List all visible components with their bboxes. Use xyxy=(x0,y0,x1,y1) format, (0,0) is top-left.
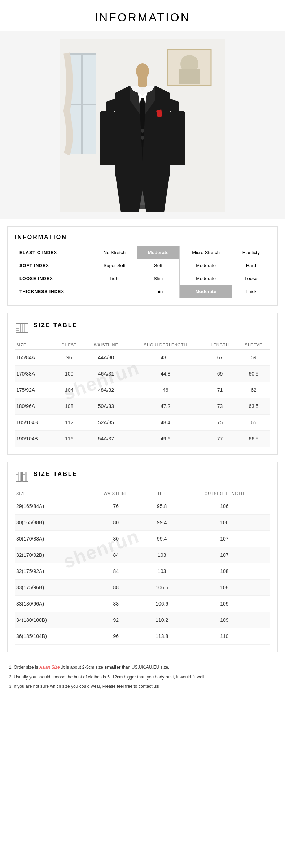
table-cell: 43.6 xyxy=(128,350,203,366)
size-table1-header: SIZE TABLE xyxy=(15,321,270,335)
table-row: 175/92A10448A/32467162 xyxy=(15,382,270,398)
elastic-no-stretch: No Stretch xyxy=(92,246,137,259)
table-row: 34(180/100B)92110.2109 xyxy=(15,612,270,628)
table-cell: 66.5 xyxy=(237,431,270,447)
table-cell: 106.6 xyxy=(145,580,179,596)
table-cell: 77 xyxy=(203,431,237,447)
table-cell: 116 xyxy=(54,431,84,447)
col-chest: CHEST xyxy=(54,340,84,350)
table-cell: 47.2 xyxy=(128,398,203,415)
table-row: 33(175/96B)88106.6108 xyxy=(15,580,270,596)
soft-moderate: Moderate xyxy=(180,259,232,272)
note-1-num: 1. xyxy=(9,665,13,670)
size-table2-header: SIZE TABLE xyxy=(15,469,270,484)
info-section: INFORMATION ELASTIC INDEX No Stretch Mod… xyxy=(7,226,278,306)
table-cell: 165/84A xyxy=(15,350,54,366)
col2-hip: HIP xyxy=(145,489,179,498)
col-sleeve: SLEEVE xyxy=(237,340,270,350)
col-waistline: WAISTLINE xyxy=(84,340,128,350)
table-cell: 80 xyxy=(87,531,145,547)
size-table2-section: shenrun SIZE TABLE SIZE WA xyxy=(7,462,278,652)
loose-moderate: Moderate xyxy=(180,272,232,285)
table-cell: 30(170/88A) xyxy=(15,531,87,547)
thickness-index-label: THICKNESS INDEX xyxy=(15,285,92,298)
table-row: 32(170/92B)84103107 xyxy=(15,547,270,563)
loose-loose: Loose xyxy=(232,272,270,285)
col-size: SIZE xyxy=(15,340,54,350)
elastic-moderate: Moderate xyxy=(137,246,180,259)
elastic-index-label: ELASTIC INDEX xyxy=(15,246,92,259)
note-1-text-end: than US,UK,AU,EU size. xyxy=(122,665,169,670)
size-table2-header-row: SIZE WAISTLINE HIP OUTSIDE LENGTH xyxy=(15,489,270,498)
product-image xyxy=(60,39,225,212)
loose-index-label: LOOSE INDEX xyxy=(15,272,92,285)
thickness-thin: Thin xyxy=(137,285,180,298)
table-row: 33(180/96A)88106.6109 xyxy=(15,596,270,612)
table-cell: 109 xyxy=(179,612,270,628)
note-1-text-before: Order size is xyxy=(14,665,39,670)
table-cell: 46A/31 xyxy=(84,366,128,382)
table-cell: 67 xyxy=(203,350,237,366)
loose-index-row: LOOSE INDEX Tight Slim Moderate Loose xyxy=(15,272,270,285)
soft-soft: Soft xyxy=(137,259,180,272)
table-cell: 106 xyxy=(179,515,270,531)
table-cell: 29(165/84A) xyxy=(15,498,87,515)
table-cell: 109 xyxy=(179,596,270,612)
table-row: 36(185/104B)96113.8110 xyxy=(15,628,270,645)
svg-rect-7 xyxy=(179,69,200,84)
table-row: 29(165/84A)7695.8106 xyxy=(15,498,270,515)
table-cell: 80 xyxy=(87,515,145,531)
table-cell: 190/104B xyxy=(15,431,54,447)
table-cell: 44.8 xyxy=(128,366,203,382)
table-cell: 75 xyxy=(203,415,237,431)
col-length: LENGTH xyxy=(203,340,237,350)
table-cell: 33(180/96A) xyxy=(15,596,87,612)
size-table2: SIZE WAISTLINE HIP OUTSIDE LENGTH 29(165… xyxy=(15,489,270,645)
table-cell: 49.6 xyxy=(128,431,203,447)
svg-point-10 xyxy=(141,129,144,133)
table-cell: 112 xyxy=(54,415,84,431)
table-cell: 59 xyxy=(237,350,270,366)
soft-index-label: SOFT INDEX xyxy=(15,259,92,272)
table-cell: 108 xyxy=(179,580,270,596)
soft-index-row: SOFT INDEX Super Soft Soft Moderate Hard xyxy=(15,259,270,272)
loose-slim: Slim xyxy=(137,272,180,285)
elastic-elasticty: Elasticty xyxy=(232,246,270,259)
size-table2-title: SIZE TABLE xyxy=(34,471,78,477)
product-image-section xyxy=(0,31,285,219)
size-table1-title: SIZE TABLE xyxy=(34,322,78,329)
note-1-highlight: Asian Size xyxy=(39,665,60,670)
svg-rect-13 xyxy=(170,111,185,169)
size-icon1 xyxy=(15,321,29,335)
table-cell: 76 xyxy=(87,498,145,515)
table-cell: 44A/30 xyxy=(84,350,128,366)
table-cell: 175/92A xyxy=(15,382,54,398)
elastic-index-row: ELASTIC INDEX No Stretch Moderate Micro … xyxy=(15,246,270,259)
table-cell: 33(175/96B) xyxy=(15,580,87,596)
table-cell: 32(175/92A) xyxy=(15,563,87,580)
table-cell: 36(185/104B) xyxy=(15,628,87,645)
svg-rect-14 xyxy=(100,165,115,170)
table-cell: 99.4 xyxy=(145,531,179,547)
table-cell: 84 xyxy=(87,547,145,563)
table-cell: 65 xyxy=(237,415,270,431)
table-row: 165/84A9644A/3043.66759 xyxy=(15,350,270,366)
notes-section: 1. Order size is Asian Size .It is about… xyxy=(7,659,278,696)
table-cell: 92 xyxy=(87,612,145,628)
thickness-moderate: Moderate xyxy=(180,285,232,298)
table-cell: 104 xyxy=(54,382,84,398)
table-row: 185/104B11252A/3548.47565 xyxy=(15,415,270,431)
table-cell: 96 xyxy=(87,628,145,645)
note-1: 1. Order size is Asian Size .It is about… xyxy=(9,663,276,672)
svg-point-17 xyxy=(136,63,149,79)
page-title: INFORMATION xyxy=(0,0,285,31)
table-cell: 54A/37 xyxy=(84,431,128,447)
thickness-thick: Thick xyxy=(232,285,270,298)
table-cell: 69 xyxy=(203,366,237,382)
table-cell: 48.4 xyxy=(128,415,203,431)
table-cell: 170/88A xyxy=(15,366,54,382)
table-row: 32(175/92A)84103108 xyxy=(15,563,270,580)
table-cell: 95.8 xyxy=(145,498,179,515)
size-table1-section: shenrun SIZE TABLE SIZE CHEST WAISTLINE … xyxy=(7,313,278,455)
thickness-empty xyxy=(92,285,137,298)
